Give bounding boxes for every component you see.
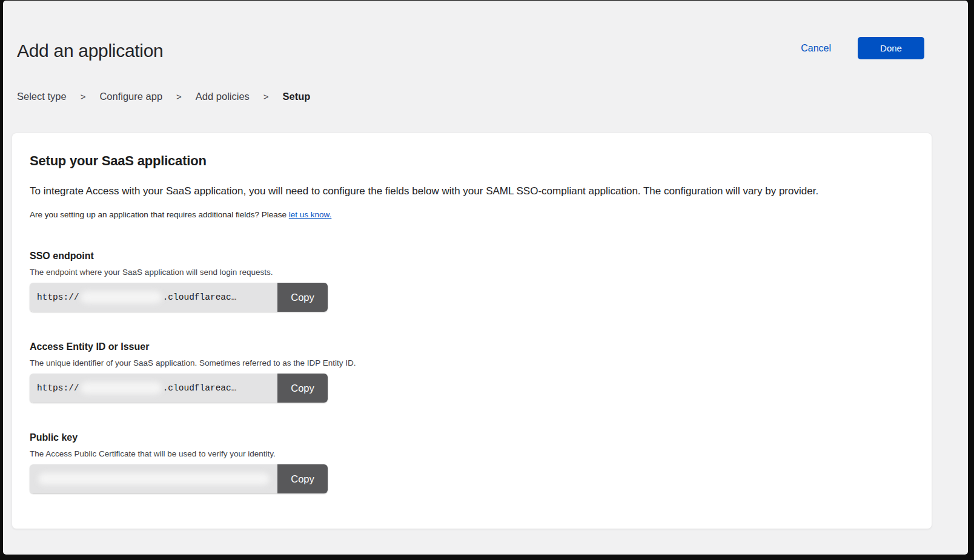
breadcrumb-separator: > — [176, 91, 182, 102]
breadcrumb-step-setup-current: Setup — [283, 91, 311, 102]
field-row: Copy — [30, 464, 328, 493]
window: Add an application Cancel Done Select ty… — [3, 1, 968, 555]
field-group-public-key: Public key The Access Public Certificate… — [30, 432, 914, 493]
value-prefix: https:// — [37, 292, 79, 302]
value-prefix: https:// — [37, 383, 79, 393]
sso-endpoint-value: https:// .cloudflareac… — [30, 283, 277, 312]
setup-card: Setup your SaaS application To integrate… — [12, 133, 932, 529]
field-description: The Access Public Certificate that will … — [30, 449, 914, 458]
public-key-value — [30, 464, 277, 493]
field-row: https:// .cloudflareac… Copy — [30, 283, 328, 312]
redacted-blur — [81, 382, 162, 394]
page-header: Add an application Cancel Done — [3, 1, 968, 62]
field-description: The unique identifier of your SaaS appli… — [30, 358, 914, 367]
let-us-know-link[interactable]: let us know. — [289, 210, 332, 219]
field-description: The endpoint where your SaaS application… — [30, 268, 914, 277]
copy-button[interactable]: Copy — [277, 464, 328, 493]
value-suffix: .cloudflareac… — [163, 292, 237, 302]
field-label: Access Entity ID or Issuer — [30, 341, 914, 352]
breadcrumb-separator: > — [81, 91, 86, 102]
card-note-text: Are you setting up an application that r… — [30, 210, 287, 219]
redacted-blur — [81, 291, 162, 303]
field-row: https:// .cloudflareac… Copy — [30, 374, 328, 403]
field-label: SSO endpoint — [30, 251, 914, 262]
breadcrumb-step-add-policies[interactable]: Add policies — [196, 91, 250, 102]
breadcrumb-separator: > — [263, 91, 269, 102]
card-note: Are you setting up an application that r… — [30, 210, 914, 219]
redacted-blur — [38, 473, 270, 485]
entity-id-value: https:// .cloudflareac… — [30, 374, 277, 403]
field-group-entity-id: Access Entity ID or Issuer The unique id… — [30, 341, 914, 403]
breadcrumb: Select type > Configure app > Add polici… — [17, 91, 968, 102]
value-suffix: .cloudflareac… — [163, 383, 237, 393]
header-actions: Cancel Done — [801, 37, 924, 59]
copy-button[interactable]: Copy — [277, 374, 328, 403]
breadcrumb-step-configure-app[interactable]: Configure app — [99, 91, 162, 102]
card-intro-text: To integrate Access with your SaaS appli… — [30, 184, 914, 199]
field-label: Public key — [30, 432, 914, 443]
card-heading: Setup your SaaS application — [30, 153, 914, 169]
field-group-sso-endpoint: SSO endpoint The endpoint where your Saa… — [30, 251, 914, 312]
done-button[interactable]: Done — [858, 37, 924, 59]
copy-button[interactable]: Copy — [277, 283, 328, 312]
cancel-button[interactable]: Cancel — [801, 43, 831, 54]
breadcrumb-step-select-type[interactable]: Select type — [17, 91, 67, 102]
